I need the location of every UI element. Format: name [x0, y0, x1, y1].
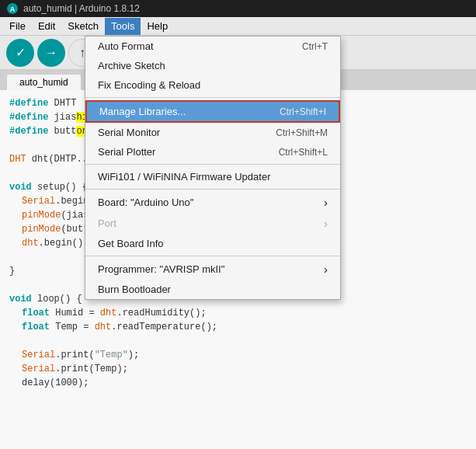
code-line: float Humid = dht.readHumidity();	[22, 306, 467, 320]
svg-text:A: A	[10, 5, 16, 13]
arduino-icon: A	[6, 2, 19, 15]
verify-button[interactable]: ✓	[6, 39, 34, 67]
menu-get-board-info[interactable]: Get Board Info	[85, 234, 340, 253]
menu-archive-sketch[interactable]: Archive Sketch	[85, 56, 340, 75]
menu-fix-encoding[interactable]: Fix Encoding & Reload	[85, 75, 340, 95]
code-line: float Temp = dht.readTemperature();	[22, 320, 467, 334]
separator-2	[85, 164, 340, 165]
separator-4	[85, 256, 340, 256]
menu-manage-libraries[interactable]: Manage Libraries... Ctrl+Shift+I	[85, 100, 340, 123]
menu-help[interactable]: Help	[141, 18, 174, 35]
menu-board[interactable]: Board: "Arduino Uno"	[85, 192, 340, 213]
menu-tools[interactable]: Tools	[105, 18, 141, 35]
menu-auto-format[interactable]: Auto Format Ctrl+T	[85, 37, 340, 56]
menu-wifi-updater[interactable]: WiFi101 / WiFiNINA Firmware Updater	[85, 167, 340, 186]
code-line: delay(1000);	[22, 376, 467, 390]
upload-button[interactable]: →	[37, 39, 65, 67]
menu-serial-monitor[interactable]: Serial Monitor Ctrl+Shift+M	[85, 123, 340, 142]
code-line: Serial.print("Temp");	[22, 348, 467, 362]
title-text: auto_humid | Arduino 1.8.12	[23, 3, 140, 14]
code-line	[9, 334, 467, 348]
tab-auto-humid[interactable]: auto_humid	[6, 74, 82, 90]
menu-sketch[interactable]: Sketch	[61, 18, 105, 35]
separator-3	[85, 189, 340, 190]
separator-1	[85, 97, 340, 98]
menu-serial-plotter[interactable]: Serial Plotter Ctrl+Shift+L	[85, 142, 340, 162]
menu-programmer[interactable]: Programmer: "AVRISP mkII"	[85, 259, 340, 280]
menu-burn-bootloader[interactable]: Burn Bootloader	[85, 280, 340, 299]
code-line: Serial.print(Temp);	[22, 362, 467, 376]
menu-edit[interactable]: Edit	[32, 18, 61, 35]
menu-bar: File Edit Sketch Tools Help	[0, 17, 476, 36]
menu-port[interactable]: Port	[85, 213, 340, 234]
tools-dropdown-menu: Auto Format Ctrl+T Archive Sketch Fix En…	[85, 36, 341, 300]
menu-file[interactable]: File	[3, 18, 32, 35]
title-bar: A auto_humid | Arduino 1.8.12	[0, 0, 476, 17]
